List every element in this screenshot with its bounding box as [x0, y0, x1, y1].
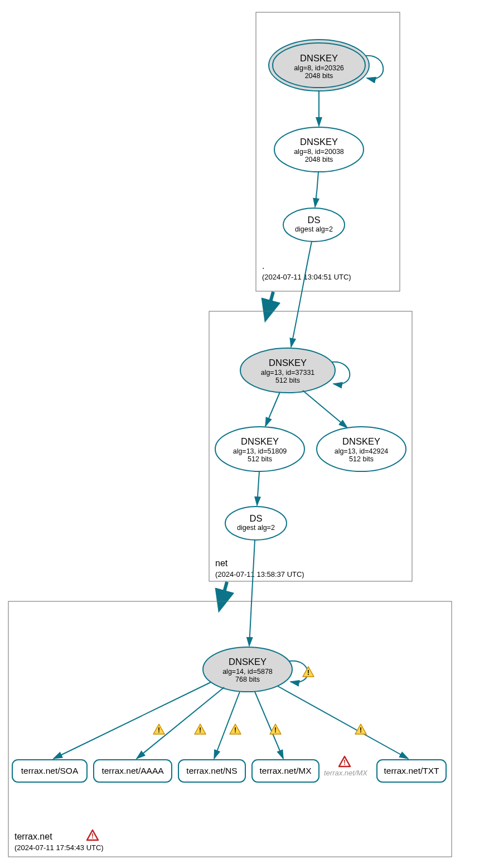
svg-text:terrax.net/SOA: terrax.net/SOA	[21, 766, 79, 775]
node-rr-ns: terrax.net/NS	[178, 760, 245, 782]
node-rr-txt: terrax.net/TXT	[377, 760, 446, 782]
svg-text:!: !	[360, 726, 362, 734]
svg-text:DNSKEY: DNSKEY	[300, 53, 338, 63]
node-net-ds: DS digest alg=2	[225, 507, 287, 540]
svg-text:!: !	[91, 832, 94, 840]
node-rr-mx: terrax.net/MX	[252, 760, 319, 782]
svg-text:DNSKEY: DNSKEY	[342, 436, 380, 446]
zone-terrax-timestamp: (2024-07-11 17:54:43 UTC)	[14, 843, 104, 852]
node-rr-aaaa: terrax.net/AAAA	[94, 760, 172, 782]
svg-text:!: !	[158, 726, 160, 734]
svg-text:alg=14, id=5878: alg=14, id=5878	[222, 668, 273, 676]
edge-ksk-soa	[54, 682, 211, 759]
svg-point-26	[225, 507, 287, 540]
zone-net: net (2024-07-11 13:58:37 UTC) DNSKEY alg…	[209, 242, 412, 581]
svg-text:DNSKEY: DNSKEY	[300, 137, 338, 147]
edge-net-ksk-zskA	[265, 392, 280, 426]
error-icon: !	[339, 756, 350, 766]
edge-ksk-aaaa	[137, 687, 224, 759]
svg-text:DNSKEY: DNSKEY	[269, 358, 307, 368]
edge-ksk-txt	[278, 686, 408, 759]
svg-text:512 bits: 512 bits	[248, 455, 272, 463]
zone-terrax: terrax.net (2024-07-11 17:54:43 UTC) ! D…	[8, 540, 452, 857]
svg-text:768 bits: 768 bits	[235, 676, 260, 683]
edge-ksk-mx	[255, 692, 283, 759]
svg-point-10	[283, 208, 345, 242]
edge-net-ds-to-terrax-ksk	[249, 540, 255, 646]
node-root-zsk: DNSKEY alg=8, id=20038 2048 bits	[274, 127, 364, 172]
warning-icon: !	[303, 667, 314, 677]
svg-text:!: !	[343, 759, 346, 766]
edge-net-zskA-ds	[257, 471, 259, 505]
svg-text:!: !	[274, 726, 277, 734]
warning-icon: !	[270, 724, 281, 734]
node-root-ds: DS digest alg=2	[283, 208, 345, 242]
svg-text:DS: DS	[250, 513, 263, 523]
svg-text:2048 bits: 2048 bits	[305, 156, 333, 163]
svg-text:alg=13, id=42924: alg=13, id=42924	[335, 447, 389, 455]
svg-text:terrax.net/AAAA: terrax.net/AAAA	[101, 766, 164, 775]
node-net-ksk: DNSKEY alg=13, id=37331 512 bits	[240, 348, 335, 393]
dnssec-graph: . (2024-07-11 13:04:51 UTC) DNSKEY alg=8…	[0, 0, 489, 868]
warning-icon: !	[195, 724, 206, 734]
node-rr-soa: terrax.net/SOA	[12, 760, 87, 782]
zone-root-name: .	[262, 261, 264, 271]
svg-text:alg=8, id=20326: alg=8, id=20326	[294, 64, 344, 72]
zone-net-name: net	[215, 558, 228, 568]
node-net-zskA: DNSKEY alg=13, id=51809 512 bits	[215, 427, 304, 471]
warning-icon: !	[355, 724, 366, 734]
svg-text:terrax.net/TXT: terrax.net/TXT	[384, 766, 439, 775]
edge-zone-net-to-terrax	[220, 582, 227, 606]
edge-net-ksk-zskB	[303, 390, 347, 428]
svg-text:digest alg=2: digest alg=2	[237, 524, 275, 532]
svg-text:DNSKEY: DNSKEY	[241, 436, 279, 446]
zone-net-timestamp: (2024-07-11 13:58:37 UTC)	[215, 570, 304, 578]
zone-root: . (2024-07-11 13:04:51 UTC) DNSKEY alg=8…	[256, 12, 400, 291]
svg-text:digest alg=2: digest alg=2	[295, 225, 333, 233]
svg-text:512 bits: 512 bits	[275, 377, 300, 384]
svg-text:alg=13, id=51809: alg=13, id=51809	[233, 447, 287, 455]
svg-text:alg=13, id=37331: alg=13, id=37331	[261, 369, 315, 377]
svg-text:DS: DS	[308, 215, 321, 225]
edge-root-zsk-ds	[315, 172, 318, 207]
node-net-zskB: DNSKEY alg=13, id=42924 512 bits	[317, 427, 406, 471]
warning-icon: !	[230, 724, 241, 734]
svg-text:alg=8, id=20038: alg=8, id=20038	[294, 148, 344, 156]
node-rr-mx-ghost: terrax.net/MX !	[324, 756, 368, 777]
svg-text:!: !	[234, 726, 236, 734]
edge-root-ds-to-net-ksk	[291, 242, 312, 347]
svg-text:terrax.net/MX: terrax.net/MX	[324, 769, 368, 777]
svg-text:terrax.net/NS: terrax.net/NS	[186, 766, 237, 775]
warning-icon: !	[153, 724, 164, 734]
zone-root-timestamp: (2024-07-11 13:04:51 UTC)	[262, 273, 351, 281]
svg-text:DNSKEY: DNSKEY	[229, 657, 267, 667]
node-terrax-ksk: DNSKEY alg=14, id=5878 768 bits	[203, 647, 292, 692]
zone-terrax-name: terrax.net	[14, 832, 52, 841]
error-icon: !	[87, 830, 98, 840]
svg-rect-29	[8, 601, 452, 857]
svg-text:terrax.net/MX: terrax.net/MX	[259, 766, 312, 775]
svg-text:!: !	[199, 726, 201, 734]
node-root-ksk: DNSKEY alg=8, id=20326 2048 bits	[269, 40, 369, 91]
edge-zone-root-to-net	[267, 292, 273, 316]
svg-text:2048 bits: 2048 bits	[305, 72, 333, 80]
svg-text:!: !	[307, 669, 309, 677]
svg-text:512 bits: 512 bits	[349, 455, 374, 463]
